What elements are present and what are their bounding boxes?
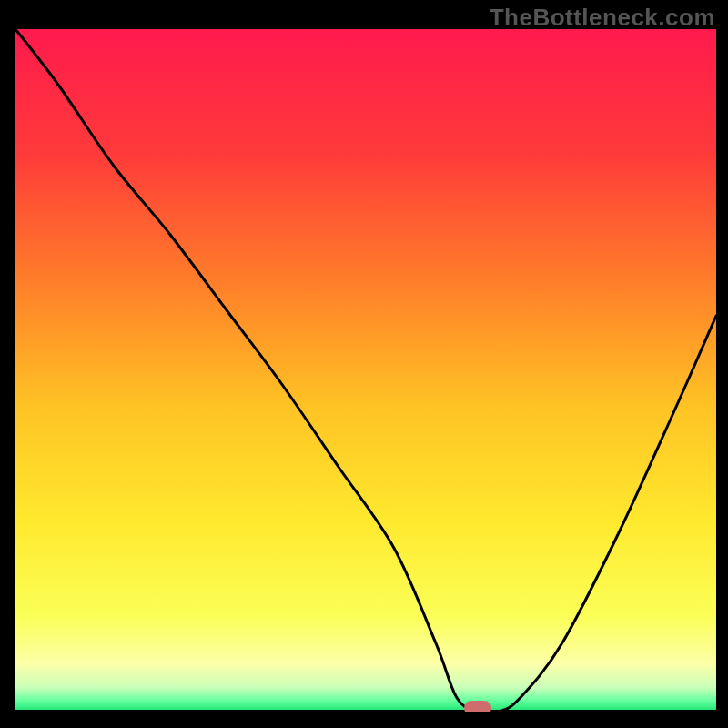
watermark-text: TheBottleneck.com (490, 4, 715, 32)
optimal-marker (464, 701, 491, 712)
chart-frame: TheBottleneck.com (0, 0, 728, 728)
plot-area (15, 29, 716, 712)
plot-svg (15, 29, 716, 712)
gradient-background (15, 29, 716, 712)
